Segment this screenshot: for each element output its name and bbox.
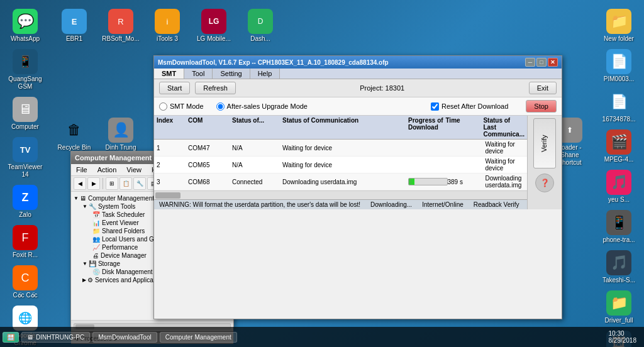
status-warning: WARNING: Will format the userdata partit… — [159, 201, 360, 208]
row3-status: Connected — [232, 179, 282, 185]
msm-after-sales-mode[interactable]: After-sales Upgrade Mode — [216, 102, 308, 111]
desktop-icon-lg[interactable]: LG LG Mobile... — [191, 6, 236, 45]
header-progress: Progress of Download — [408, 117, 445, 138]
desktop: 💬 WhatsApp 📱 QuangSang GSM 🖥 Computer TV… — [0, 0, 644, 347]
computer-icon: 🖥 — [13, 97, 38, 122]
row1-comm: Waiting for device — [282, 145, 408, 151]
desktop-icon-takeshi[interactable]: 🎵 Takeshi-S... — [596, 248, 641, 287]
msm-mode-bar: SMT Mode After-sales Upgrade Mode Reset … — [154, 97, 562, 116]
msm-maximize-button[interactable]: □ — [536, 58, 547, 67]
start-icon: 🪟 — [7, 334, 14, 341]
desktop-icon-num16[interactable]: 📄 16734878... — [596, 87, 641, 126]
desktop-icon-ccleaner[interactable]: C Cốc Cốc — [3, 263, 48, 302]
tab-smt[interactable]: SMT — [154, 69, 184, 79]
desktop-icon-foxit[interactable]: F Foxit R... — [3, 223, 48, 262]
cm-menu-action[interactable]: Action — [95, 165, 119, 174]
taskbar-clock: 10:30 8/29/2018 — [604, 329, 642, 345]
tab-setting[interactable]: Setting — [213, 69, 250, 79]
foxit-label: Foxit R... — [13, 251, 38, 259]
desktop-icon-dinhtrung[interactable]: 👤 Dinh Trung — [98, 115, 143, 154]
msm-minimize-button[interactable]: ─ — [525, 58, 535, 67]
desktop-icon-computer[interactable]: 🖥 Computer — [3, 94, 48, 133]
msm-project-label: Project: 18301 — [241, 84, 524, 92]
cm-task-scheduler-label: Task Scheduler — [102, 211, 145, 218]
desktop-icon-phone[interactable]: 📱 phone-tra... — [596, 207, 641, 246]
cm-menu-file[interactable]: File — [74, 165, 90, 174]
msm-close-button[interactable]: ✕ — [548, 58, 558, 67]
cm-toolbar-btn2[interactable]: 📋 — [119, 177, 132, 190]
row3-com: COM68 — [188, 179, 232, 185]
cm-menu-view[interactable]: View — [124, 165, 144, 174]
taskbar-cm[interactable]: Computer Management — [160, 332, 237, 343]
desktop-icon-recyclebin[interactable]: 🗑 Recycle Bin — [52, 115, 97, 154]
table-row[interactable]: 3 COM68 Connected Downloading userdata.i… — [154, 174, 527, 190]
teamviewer-icon: TV — [13, 137, 38, 162]
msm-stop-button[interactable]: Stop — [526, 100, 557, 113]
desktop-icon-newfolder[interactable]: 📁 New folder — [596, 6, 641, 45]
cm-toolbar-btn3[interactable]: 🔧 — [133, 177, 146, 190]
msm-smt-mode[interactable]: SMT Mode — [159, 102, 204, 111]
tab-help[interactable]: Help — [250, 69, 280, 79]
driver-icon: 📁 — [606, 290, 631, 316]
status-readback: Readback Verify — [474, 201, 519, 208]
smt-mode-radio[interactable] — [159, 102, 167, 111]
desktop-icon-pim[interactable]: 📄 PIM0003... — [596, 47, 641, 85]
cm-device-manager-label: Device Manager — [101, 252, 147, 259]
cm-performance-label: Performance — [102, 244, 138, 251]
desktop-icon-rbsoft[interactable]: R RBSoft_Mo... — [98, 6, 143, 45]
tab-tool[interactable]: Tool — [184, 69, 213, 79]
desktop-icon-itools[interactable]: i iTools 3 — [145, 6, 190, 45]
cm-back-button[interactable]: ◀ — [74, 177, 86, 190]
cm-toolbar-btn1[interactable]: ⊞ — [106, 177, 118, 190]
row3-comm: Downloading userdata.img — [282, 179, 408, 185]
driver-label: Driver_full — [604, 317, 633, 324]
taskbar-dinhtrung-pc[interactable]: 🖥 DINHTRUNG-PC — [21, 332, 90, 343]
cm-shared-folders-label: Shared Folders — [102, 228, 145, 234]
cm-event-viewer-label: Event Viewer — [102, 219, 139, 226]
msm-verify-button[interactable]: Verify — [533, 118, 556, 168]
row1-last: Waiting for device — [486, 141, 525, 155]
table-row[interactable]: 1 COM47 N/A Waiting for device Waiting f… — [154, 140, 527, 157]
desktop-icon-mpeg[interactable]: 🎬 MPEG-4... — [596, 127, 641, 166]
desktop-icon-ebri[interactable]: E EBR1 — [52, 6, 97, 45]
msm-statusbar: WARNING: Will format the userdata partit… — [154, 199, 527, 209]
rbsoft-label: RBSoft_Mo... — [102, 35, 139, 43]
row3-last: Downloading userdata.img — [486, 175, 525, 189]
header-last-status: Status of Last Communica... — [483, 117, 525, 138]
cm-forward-button[interactable]: ▶ — [87, 177, 100, 190]
lg-label: LG Mobile... — [197, 35, 231, 43]
header-index: Index — [157, 117, 188, 138]
status-downloading: Downloading... — [370, 201, 412, 208]
msm-titlebar[interactable]: MsmDownloadTool, V1.6.7 Exp -- CPH1803EX… — [154, 56, 562, 69]
desktop-icon-teamviewer[interactable]: TV TeamViewer 14 — [3, 135, 48, 181]
dash-label: Dash... — [250, 35, 270, 43]
desktop-icon-dash[interactable]: D Dash... — [238, 6, 283, 45]
msm-main-area: Index COM Status of... Status of Communi… — [154, 116, 562, 209]
msm-refresh-button[interactable]: Refresh — [195, 82, 236, 94]
status-internet: Internet/Online — [422, 201, 464, 208]
desktop-icon-zalo[interactable]: Z Zalo — [3, 182, 48, 221]
taskbar-msm[interactable]: MsmDownloadTool — [92, 332, 157, 343]
after-sales-radio[interactable] — [216, 102, 225, 111]
start-button[interactable]: 🪟 — [3, 332, 19, 343]
msm-exit-button[interactable]: Exit — [529, 82, 557, 94]
reset-checkbox-input[interactable] — [431, 102, 439, 111]
row3-progress-bar — [408, 178, 448, 185]
desktop-icon-whatsapp[interactable]: 💬 WhatsApp — [3, 6, 48, 45]
desktop-icon-driver[interactable]: 📁 Driver_full — [596, 288, 641, 327]
table-row[interactable]: 2 COM65 N/A Waiting for device Waiting f… — [154, 157, 527, 174]
ebri-label: EBR1 — [66, 35, 82, 43]
row1-status: N/A — [232, 145, 282, 151]
teamviewer-label: TeamViewer 14 — [4, 163, 47, 179]
row2-comm: Waiting for device — [282, 162, 408, 168]
row3-index: 3 — [157, 179, 188, 185]
desktop-icon-yeu[interactable]: 🎵 yeu S... — [596, 167, 641, 206]
msm-reset-checkbox[interactable]: Reset After Download — [431, 102, 508, 111]
taskbar: 🪟 🖥 DINHTRUNG-PC MsmDownloadTool Compute… — [0, 327, 644, 347]
msm-hscroll[interactable] — [154, 190, 527, 199]
desktop-icon-quangsang[interactable]: 📱 QuangSang GSM — [3, 47, 48, 93]
hscroll-thumb[interactable] — [155, 192, 180, 199]
msm-title: MsmDownloadTool, V1.6.7 Exp -- CPH1803EX… — [158, 59, 389, 66]
msm-start-button[interactable]: Start — [159, 82, 190, 94]
pim-label: PIM0003... — [604, 75, 634, 83]
